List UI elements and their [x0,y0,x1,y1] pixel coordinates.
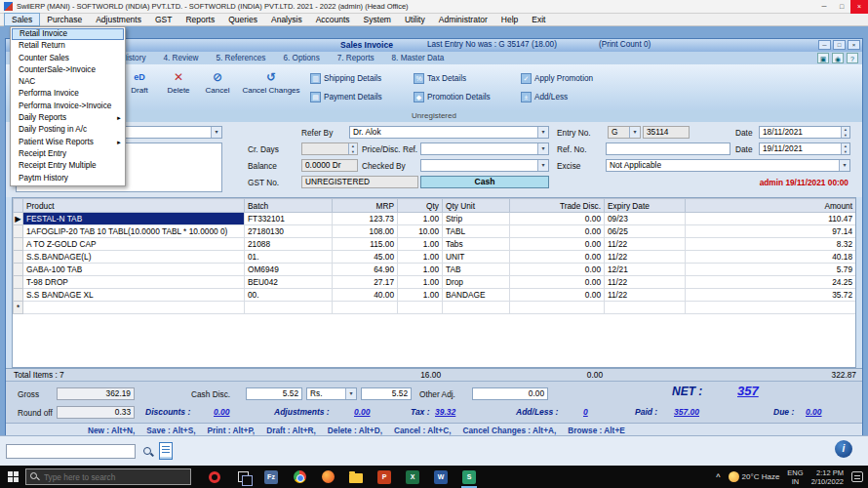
save-layout-icon[interactable]: ▣ [817,53,829,63]
weather-widget[interactable]: 20°C Haze [729,471,780,482]
chevron-down-icon[interactable]: ▾ [537,127,548,138]
cash-disc-amt-field[interactable]: 5.52 [361,387,412,400]
cell-disc[interactable]: 0.00 [510,276,605,289]
menu-item-performa-invoice[interactable]: Performa Invoice [12,88,124,100]
cell-expiry[interactable]: 11/22 [605,251,686,264]
excel-icon[interactable]: X [403,467,422,488]
payment-mode-button[interactable]: Cash [420,176,549,188]
tab-references[interactable]: 5. References [216,54,265,62]
cell-product[interactable]: T-98 DROP [23,276,245,289]
payment-details-button[interactable]: ▤ Payment Details [310,90,382,104]
other-adj-field[interactable]: 0.00 [472,387,548,400]
ref-date-field[interactable]: 19/11/2021 ▴▾ [759,142,850,155]
menubar-gst[interactable]: GST [148,14,178,25]
cell-batch[interactable]: FT332101 [245,213,333,225]
task-view-icon[interactable] [233,467,253,488]
cell-amount[interactable]: 97.14 [686,225,856,238]
cell-amount[interactable]: 5.79 [686,264,856,276]
cell-batch[interactable]: 27180130 [245,225,333,238]
menubar-accounts[interactable]: Accounts [309,14,357,25]
start-button[interactable] [0,466,25,488]
tax-value[interactable]: 39.32 [435,407,455,417]
delete-button[interactable]: ✕ Delete [160,68,197,105]
cell-expiry[interactable]: 06/25 [605,225,686,238]
cell-expiry[interactable]: 09/23 [605,213,686,225]
cell-unit[interactable]: TAB [443,264,510,276]
cell-qty[interactable]: 1.00 [398,213,443,225]
menubar-system[interactable]: System [357,14,398,25]
cell-disc[interactable]: 0.00 [510,225,605,238]
draft-button[interactable]: eD Draft [121,68,158,105]
cell-disc[interactable]: 0.00 [510,238,605,251]
menubar-help[interactable]: Help [494,14,525,25]
cell-mrp[interactable]: 45.00 [333,251,398,264]
tax-details-button[interactable]: % Tax Details [414,71,466,86]
cancel-button[interactable]: ⊘ Cancel [199,68,236,105]
cell-unit[interactable]: Strip [443,213,510,225]
clock[interactable]: 2:12 PM 2/10/2022 [811,468,844,486]
currency-combo[interactable]: Rs. ▾ [306,387,357,400]
cell-mrp[interactable]: 27.17 [333,276,398,289]
cell-amount[interactable]: 40.18 [686,251,856,264]
cell-mrp[interactable]: 123.73 [333,213,398,225]
ref-no-field[interactable] [606,142,730,155]
cell-unit[interactable]: Tabs [443,238,510,251]
date-spinner[interactable]: ▴▾ [841,127,849,138]
minimize-icon[interactable]: ─ [815,0,833,14]
chevron-down-icon[interactable]: ▾ [537,143,548,154]
cell-batch[interactable]: OM6949 [245,264,333,276]
cell-qty[interactable]: 10.00 [398,225,443,238]
menu-item-receipt-entry[interactable]: Receipt Entry [12,148,124,160]
taskbar-search-input[interactable] [44,472,186,482]
swilerp-taskbar-icon[interactable]: S [459,467,479,488]
cell-expiry[interactable]: 11/22 [605,276,686,289]
cell-disc[interactable]: 0.00 [510,213,605,225]
tab-reports[interactable]: 7. Reports [337,54,375,62]
tab-options[interactable]: 6. Options [283,54,319,62]
invoice-date-field[interactable]: 18/11/2021 ▴▾ [759,126,850,139]
cell-product[interactable] [23,302,245,314]
chevron-down-icon[interactable]: ▾ [839,160,849,171]
cell-product[interactable]: GABA-100 TAB [23,264,245,276]
opera-icon[interactable] [205,467,224,488]
cr-days-field[interactable]: 0 ▴▾ [301,142,358,155]
col-qty-unit[interactable]: Qty Unit [443,199,510,213]
cell-unit[interactable]: UNIT [443,251,510,264]
adjustments-value[interactable]: 0.00 [354,407,371,417]
menu-item-patient-wise-reports[interactable]: Patient Wise Reports► [12,137,124,148]
notification-icon[interactable] [851,471,863,482]
document-icon[interactable] [159,442,173,460]
discounts-value[interactable]: 0.00 [214,407,230,417]
chevron-down-icon[interactable]: ▾ [537,160,548,171]
info-icon[interactable]: i [835,440,852,458]
entry-no-field[interactable]: 35114 [643,126,690,139]
restore-icon[interactable]: □ [833,0,850,14]
cell-mrp[interactable]: 40.00 [333,289,398,302]
filezilla-icon[interactable]: Fz [261,467,281,488]
entry-series-combo[interactable]: G ▾ [608,126,641,139]
child-restore-icon[interactable]: □ [833,40,846,50]
apply-promotion-button[interactable]: ✓ Apply Promotion [521,71,593,86]
menubar-queries[interactable]: Queries [221,14,264,25]
cancel-changes-button[interactable]: ↺ Cancel Changes [238,68,304,105]
refer-by-combo[interactable]: Dr. Alok ▾ [349,126,549,139]
menubar-reports[interactable]: Reports [178,14,221,25]
menu-item-retail-return[interactable]: Retail Return [12,40,124,52]
shipping-details-button[interactable]: ▥ Shipping Details [310,71,381,86]
menu-item-performa-invoice-invoice[interactable]: Performa Invoice->Invoice [12,101,124,112]
chevron-down-icon[interactable]: ▾ [345,388,356,399]
tab-master-data[interactable]: 8. Master Data [392,54,445,62]
cell-batch[interactable]: 00. [245,289,333,302]
checked-by-combo[interactable]: ▾ [420,159,549,172]
col-batch[interactable]: Batch [245,199,333,213]
cell-product[interactable]: S.S.BANDAGE(L) [23,251,245,264]
cell-mrp[interactable]: 115.00 [333,238,398,251]
cell-disc[interactable]: 0.00 [510,264,605,276]
cell-qty[interactable]: 1.00 [398,276,443,289]
menu-item-daily-posting[interactable]: Daily Posting in A/c [12,124,124,136]
price-disc-ref-combo[interactable]: ▾ [420,142,549,155]
menu-item-daily-reports[interactable]: Daily Reports► [12,112,124,124]
cell-qty[interactable]: 1.00 [398,238,443,251]
cell-unit[interactable]: BANDAGE [443,289,510,302]
cell-mrp[interactable]: 64.90 [333,264,398,276]
